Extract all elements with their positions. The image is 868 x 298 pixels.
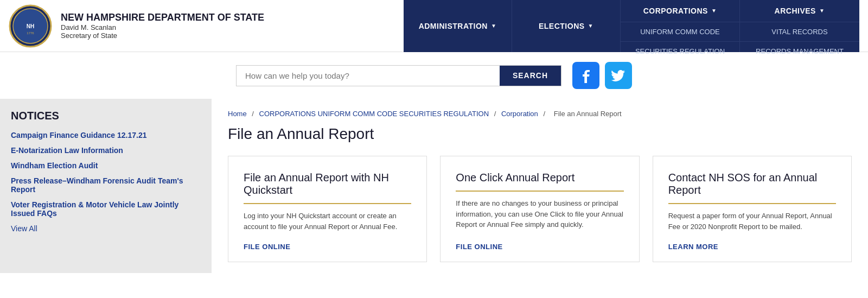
sidebar-link-4[interactable]: Press Release–Windham Forensic Audit Tea… (11, 176, 201, 194)
card-oneclick-link[interactable]: FILE ONLINE (456, 243, 623, 251)
nav-administration[interactable]: ADMINISTRATION ▼ (404, 0, 512, 52)
search-button[interactable]: SEARCH (500, 66, 561, 86)
breadcrumb-current: File an Annual Report (554, 110, 622, 118)
nav-archives-label: ARCHIVES (775, 7, 816, 15)
cards-row: File an Annual Report with NH Quickstart… (228, 156, 852, 262)
nav-records-management[interactable]: RECORDS MANAGEMENT (740, 42, 859, 61)
nav-securities-regulation[interactable]: SECURITIES REGULATION (621, 42, 739, 61)
sidebar-link-5[interactable]: Voter Registration & Motor Vehicle Law J… (11, 200, 201, 218)
state-seal-icon: NH 1776 (9, 4, 52, 48)
social-icons (572, 62, 632, 89)
nav-corporations-label: CORPORATIONS (643, 7, 708, 15)
card-quickstart-link[interactable]: FILE ONLINE (244, 243, 411, 251)
card-contact-link[interactable]: LEARN MORE (668, 243, 836, 251)
svg-text:1776: 1776 (27, 31, 34, 35)
nav-archives-top[interactable]: ARCHIVES ▼ (740, 0, 859, 22)
page-title: File an Annual Report (228, 125, 852, 143)
breadcrumb-corporation[interactable]: Corporation (501, 110, 538, 118)
search-input[interactable] (237, 66, 500, 86)
card-contact-desc: Request a paper form of your Annual Repo… (668, 211, 836, 232)
logo: NH 1776 (9, 4, 52, 48)
chevron-down-icon: ▼ (711, 8, 717, 14)
sidebar-link-1[interactable]: Campaign Finance Guidance 12.17.21 (11, 131, 201, 140)
search-form: SEARCH (236, 65, 561, 86)
breadcrumb-sep-1: / (252, 110, 256, 118)
nav-elections[interactable]: ELECTIONS ▼ (512, 0, 621, 52)
sidebar-title: NOTICES (11, 110, 201, 122)
nav-elections-label: ELECTIONS (539, 22, 585, 30)
card-quickstart: File an Annual Report with NH Quickstart… (228, 156, 427, 262)
breadcrumb: Home / CORPORATIONS UNIFORM COMM CODE SE… (228, 110, 852, 118)
facebook-icon[interactable] (572, 62, 599, 89)
secretary-title: Secretary of State (61, 31, 264, 40)
breadcrumb-home[interactable]: Home (228, 110, 247, 118)
nav-uniform-comm-code[interactable]: UNIFORM COMM CODE (621, 22, 739, 42)
chevron-down-icon: ▼ (588, 23, 593, 29)
nav-administration-label: ADMINISTRATION (419, 22, 488, 30)
card-oneclick-title: One Click Annual Report (456, 172, 623, 192)
main-nav: ADMINISTRATION ▼ ELECTIONS ▼ CORPORATION… (404, 0, 859, 52)
nav-vital-records[interactable]: VITAL RECORDS (740, 22, 859, 42)
header-text: NEW HAMPSHIRE DEPARTMENT OF STATE David … (61, 12, 264, 40)
sidebar-link-3[interactable]: Windham Election Audit (11, 161, 201, 170)
card-oneclick: One Click Annual Report If there are no … (440, 156, 639, 262)
card-contact: Contact NH SOS for an Annual Report Requ… (653, 156, 852, 262)
card-contact-title: Contact NH SOS for an Annual Report (668, 172, 836, 204)
secretary-name: David M. Scanlan (61, 23, 264, 31)
header: NH 1776 NEW HAMPSHIRE DEPARTMENT OF STAT… (0, 0, 868, 52)
sidebar: NOTICES Campaign Finance Guidance 12.17.… (0, 99, 212, 273)
svg-text:NH: NH (27, 23, 34, 29)
main-content: NOTICES Campaign Finance Guidance 12.17.… (0, 99, 868, 273)
twitter-icon[interactable] (605, 62, 632, 89)
nav-archives[interactable]: ARCHIVES ▼ VITAL RECORDS RECORDS MANAGEM… (740, 0, 859, 52)
nav-corporations-top[interactable]: CORPORATIONS ▼ (621, 0, 739, 22)
nav-corporations[interactable]: CORPORATIONS ▼ UNIFORM COMM CODE SECURIT… (621, 0, 740, 52)
breadcrumb-sep-2: / (494, 110, 498, 118)
sidebar-link-2[interactable]: E-Notarization Law Information (11, 146, 201, 155)
chevron-down-icon: ▼ (491, 23, 496, 29)
org-name: NEW HAMPSHIRE DEPARTMENT OF STATE (61, 12, 264, 23)
card-quickstart-desc: Log into your NH Quickstart account or c… (244, 211, 411, 232)
sidebar-view-all[interactable]: View All (11, 224, 201, 233)
card-oneclick-desc: If there are no changes to your business… (456, 198, 623, 232)
breadcrumb-sep-3: / (543, 110, 547, 118)
breadcrumb-corporations[interactable]: CORPORATIONS UNIFORM COMM CODE SECURITIE… (259, 110, 489, 118)
card-quickstart-title: File an Annual Report with NH Quickstart (244, 172, 411, 204)
content-area: Home / CORPORATIONS UNIFORM COMM CODE SE… (212, 99, 868, 273)
chevron-down-icon: ▼ (819, 8, 825, 14)
